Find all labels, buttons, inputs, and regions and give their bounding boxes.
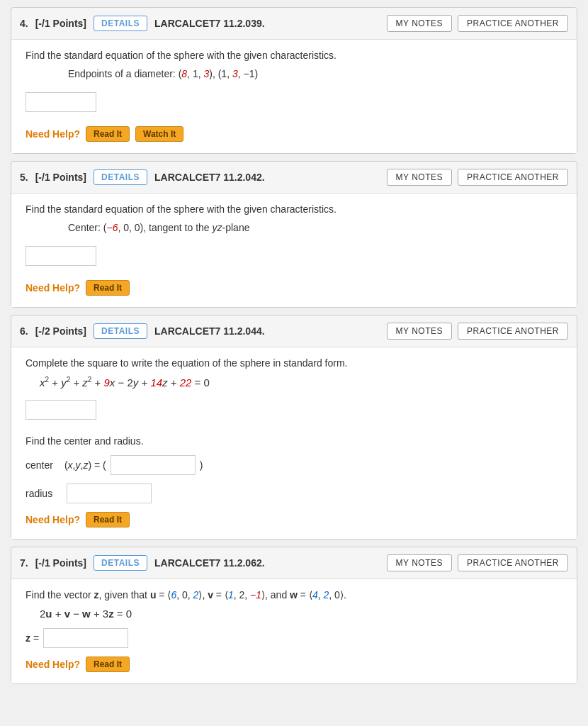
problem-7-number: 7. xyxy=(20,557,28,569)
problem-5: 5. [-/1 Points] DETAILS LARCALCET7 11.2.… xyxy=(11,161,577,308)
problem-4-header-right: MY NOTES PRACTICE ANOTHER xyxy=(387,15,568,32)
problem-4-my-notes-button[interactable]: MY NOTES xyxy=(387,15,452,32)
problem-6-answer-input[interactable] xyxy=(26,400,96,420)
problem-5-need-help-label: Need Help? xyxy=(26,282,80,294)
problem-6-radius-label: radius xyxy=(26,488,52,499)
problem-4-body: Find the standard equation of the sphere… xyxy=(11,40,577,153)
problem-7-z-label: z = xyxy=(26,632,39,644)
problem-6-center-coords-label: (x,y,z) = ( xyxy=(64,459,106,471)
problem-5-id: LARCALCET7 11.2.042. xyxy=(154,172,380,183)
problem-6-my-notes-button[interactable]: MY NOTES xyxy=(387,323,452,340)
problem-7-header-right: MY NOTES PRACTICE ANOTHER xyxy=(387,554,568,571)
problem-5-condition: Center: (−6, 0, 0), tangent to the yz-pl… xyxy=(68,222,562,233)
problem-5-read-it-button[interactable]: Read It xyxy=(86,280,130,296)
problem-6-center-input[interactable] xyxy=(111,455,196,475)
problem-6-center-radius: center (x,y,z) = ( ) radius xyxy=(26,454,562,505)
problem-7-my-notes-button[interactable]: MY NOTES xyxy=(387,554,452,571)
problem-6: 6. [-/2 Points] DETAILS LARCALCET7 11.2.… xyxy=(11,315,577,540)
problem-4-read-it-button[interactable]: Read It xyxy=(86,126,130,142)
problem-6-number: 6. xyxy=(20,325,28,337)
problem-6-center-paren-close: ) xyxy=(200,459,203,471)
problem-6-need-help: Need Help? Read It xyxy=(26,512,562,527)
problem-4-id: LARCALCET7 11.2.039. xyxy=(154,18,380,29)
problem-6-id: LARCALCET7 11.2.044. xyxy=(154,325,380,337)
problem-7-header: 7. [-/1 Points] DETAILS LARCALCET7 11.2.… xyxy=(11,547,577,579)
problem-4-number: 4. xyxy=(20,18,28,29)
problem-7-z-equals-row: z = xyxy=(26,627,562,649)
problem-6-details-button[interactable]: DETAILS xyxy=(94,323,147,339)
problem-4-watch-it-button[interactable]: Watch It xyxy=(135,126,183,142)
problem-5-points: [-/1 Points] xyxy=(35,172,86,183)
problem-6-center-row: center (x,y,z) = ( ) xyxy=(26,454,562,476)
problem-6-description: Complete the square to write the equatio… xyxy=(26,357,562,369)
problem-5-description: Find the standard equation of the sphere… xyxy=(26,203,562,215)
problem-4-header: 4. [-/1 Points] DETAILS LARCALCET7 11.2.… xyxy=(11,8,577,40)
problem-7-need-help: Need Help? Read It xyxy=(26,657,562,672)
problem-5-answer-input[interactable] xyxy=(26,246,96,266)
problem-6-header-right: MY NOTES PRACTICE ANOTHER xyxy=(387,323,568,340)
problem-7-points: [-/1 Points] xyxy=(35,557,86,569)
problem-4-practice-button[interactable]: PRACTICE ANOTHER xyxy=(458,15,568,32)
problem-4-need-help-label: Need Help? xyxy=(26,128,80,140)
problem-7-details-button[interactable]: DETAILS xyxy=(94,555,147,571)
problem-5-practice-button[interactable]: PRACTICE ANOTHER xyxy=(458,169,568,186)
problem-7-read-it-button[interactable]: Read It xyxy=(86,657,130,672)
problem-6-find-center-text: Find the center and radius. xyxy=(26,435,562,447)
problem-6-practice-button[interactable]: PRACTICE ANOTHER xyxy=(458,323,568,340)
problem-6-radius-row: radius xyxy=(26,482,562,505)
problem-4-answer-input[interactable] xyxy=(26,92,96,112)
problem-5-my-notes-button[interactable]: MY NOTES xyxy=(387,169,452,186)
problem-6-points: [-/2 Points] xyxy=(35,325,86,337)
problem-5-number: 5. xyxy=(20,172,28,183)
problem-6-need-help-label: Need Help? xyxy=(26,514,80,525)
problem-4-points: [-/1 Points] xyxy=(35,18,86,29)
problem-7-id: LARCALCET7 11.2.062. xyxy=(154,557,380,569)
problem-7-body: Find the vector z, given that u = ⟨6, 0,… xyxy=(11,579,577,683)
problem-5-details-button[interactable]: DETAILS xyxy=(94,169,147,185)
problem-6-radius-input[interactable] xyxy=(67,484,152,503)
problem-7-practice-button[interactable]: PRACTICE ANOTHER xyxy=(458,554,568,571)
problem-6-header: 6. [-/2 Points] DETAILS LARCALCET7 11.2.… xyxy=(11,315,577,347)
problem-7-equation: 2u + v − w + 3z = 0 xyxy=(40,608,562,620)
problem-6-equation: x2 + y2 + z2 + 9x − 2y + 14z + 22 = 0 xyxy=(40,376,562,389)
problem-5-header-right: MY NOTES PRACTICE ANOTHER xyxy=(387,169,568,186)
problem-7: 7. [-/1 Points] DETAILS LARCALCET7 11.2.… xyxy=(11,547,577,684)
problem-6-center-label: center xyxy=(26,459,53,471)
problem-6-read-it-button[interactable]: Read It xyxy=(86,512,130,527)
problem-4-condition: Endpoints of a diameter: (8, 1, 3), (1, … xyxy=(68,68,562,79)
problem-5-header: 5. [-/1 Points] DETAILS LARCALCET7 11.2.… xyxy=(11,162,577,194)
problem-7-z-input[interactable] xyxy=(43,628,128,648)
problem-6-body: Complete the square to write the equatio… xyxy=(11,347,577,539)
problem-4-description: Find the standard equation of the sphere… xyxy=(26,50,562,61)
problem-5-need-help: Need Help? Read It xyxy=(26,280,562,296)
problem-7-need-help-label: Need Help? xyxy=(26,659,80,670)
problem-7-description: Find the vector z, given that u = ⟨6, 0,… xyxy=(26,589,562,601)
problem-4: 4. [-/1 Points] DETAILS LARCALCET7 11.2.… xyxy=(11,7,577,154)
problem-4-details-button[interactable]: DETAILS xyxy=(94,16,147,31)
problem-5-body: Find the standard equation of the sphere… xyxy=(11,194,577,307)
problem-4-need-help: Need Help? Read It Watch It xyxy=(26,126,562,142)
